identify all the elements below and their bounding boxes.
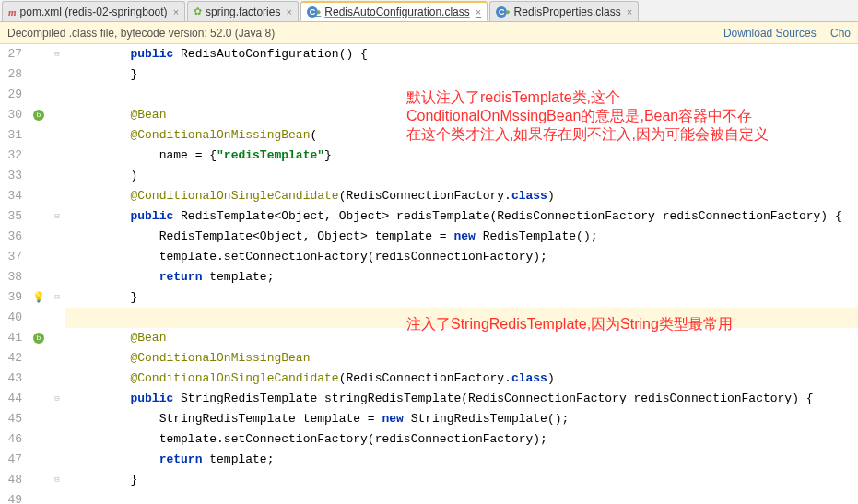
gutter-row: 47 [0, 450, 65, 470]
fold-marker[interactable]: ⊟ [50, 206, 65, 227]
code-token: return [159, 452, 203, 466]
line-number: 38 [0, 267, 28, 287]
close-icon[interactable]: × [286, 6, 291, 18]
code-token: @ConditionalOnSingleCandidate [130, 189, 338, 203]
code-line[interactable] [65, 490, 858, 504]
decompiled-info-bar: Decompiled .class file, bytecode version… [0, 22, 858, 44]
gutter: 27⊟282930b3132333435⊟36373839💡⊟4041b4243… [0, 44, 65, 504]
code-line[interactable]: @ConditionalOnMissingBean( [65, 125, 858, 146]
code-token: ( [310, 128, 317, 142]
code-token: public [130, 47, 173, 61]
gutter-row: 44⊟ [0, 389, 65, 409]
line-number: 42 [0, 348, 28, 369]
gutter-marker: b [28, 110, 50, 121]
code-token: template; [202, 452, 274, 466]
line-number: 49 [0, 490, 28, 504]
code-token: } [324, 148, 332, 162]
tab-pom-xml[interactable]: m pom.xml (redis-02-springboot) × [2, 1, 185, 21]
code-token: @ConditionalOnSingleCandidate [130, 371, 338, 385]
gutter-row: 36 [0, 227, 65, 247]
code-line[interactable] [65, 85, 858, 105]
code-line[interactable]: } [65, 470, 858, 490]
gutter-row: 33 [0, 166, 65, 186]
tab-redis-auto-configuration[interactable]: C● RedisAutoConfiguration.class × [300, 1, 488, 21]
line-number: 45 [0, 409, 28, 429]
line-number: 32 [0, 146, 28, 166]
choose-sources-link[interactable]: Cho [830, 27, 851, 40]
tab-label: RedisProperties.class [514, 6, 621, 18]
code-line[interactable]: RedisTemplate<Object, Object> template =… [65, 227, 858, 247]
gutter-row: 46 [0, 429, 65, 450]
line-number: 37 [0, 247, 28, 267]
code-line[interactable]: } [65, 64, 858, 85]
code-line[interactable]: @ConditionalOnSingleCandidate(RedisConne… [65, 186, 858, 206]
close-icon[interactable]: × [476, 6, 481, 18]
tab-label: RedisAutoConfiguration.class [324, 6, 469, 18]
code-line[interactable]: public RedisTemplate<Object, Object> red… [65, 206, 858, 227]
fold-marker[interactable]: ⊟ [50, 470, 65, 490]
line-number: 44 [0, 389, 28, 409]
line-number: 35 [0, 206, 28, 227]
bean-gutter-icon[interactable]: b [33, 333, 44, 344]
code-line[interactable]: @Bean [65, 105, 858, 125]
gutter-row: 38 [0, 267, 65, 287]
gutter-row: 28 [0, 64, 65, 85]
code-token: public [130, 209, 173, 223]
gutter-row: 34 [0, 186, 65, 206]
code-token: @ConditionalOnMissingBean [130, 351, 310, 365]
close-icon[interactable]: × [627, 6, 632, 18]
code-token: } [130, 290, 137, 304]
code-token: ) [130, 169, 137, 182]
code-token: } [130, 473, 137, 486]
line-number: 34 [0, 186, 28, 206]
code-token: RedisTemplate(); [476, 229, 598, 243]
intention-bulb-icon[interactable]: 💡 [32, 287, 45, 308]
code-token: (RedisConnectionFactory. [339, 189, 511, 203]
code-line[interactable]: @Bean [65, 328, 858, 348]
class-icon: C● [496, 6, 510, 18]
code-line[interactable]: ) [65, 166, 858, 186]
code-token: template; [202, 270, 274, 284]
tab-spring-factories[interactable]: ✿ spring.factories × [187, 1, 299, 21]
line-number: 27 [0, 44, 28, 64]
code-token: name = { [159, 148, 217, 162]
tab-redis-properties[interactable]: C● RedisProperties.class × [489, 1, 639, 21]
code-line[interactable]: return template; [65, 450, 858, 470]
code-token: @Bean [130, 331, 166, 345]
fold-marker[interactable]: ⊟ [50, 287, 65, 308]
code-token: ) [547, 371, 555, 385]
code-line[interactable]: return template; [65, 267, 858, 287]
fold-marker[interactable]: ⊟ [50, 44, 65, 64]
gutter-row: 31 [0, 125, 65, 146]
fold-marker[interactable]: ⊟ [50, 389, 65, 409]
info-links: Download Sources Cho [712, 27, 851, 40]
code-token: class [511, 189, 547, 203]
code-line[interactable]: } [65, 287, 858, 308]
code-line[interactable]: template.setConnectionFactory(redisConne… [65, 247, 858, 267]
code-token: } [130, 67, 137, 81]
code-line[interactable]: @ConditionalOnSingleCandidate(RedisConne… [65, 369, 858, 389]
gutter-row: 42 [0, 348, 65, 369]
code-line[interactable]: template.setConnectionFactory(redisConne… [65, 429, 858, 450]
tab-label: pom.xml (redis-02-springboot) [20, 6, 168, 18]
code-line[interactable]: public StringRedisTemplate stringRedisTe… [65, 389, 858, 409]
code-line[interactable] [65, 308, 858, 328]
code-line[interactable]: public RedisAutoConfiguration() { [65, 44, 858, 64]
code-area[interactable]: public RedisAutoConfiguration() { } @Bea… [65, 44, 858, 504]
gutter-row: 48⊟ [0, 470, 65, 490]
code-token: template.setConnectionFactory(redisConne… [159, 432, 547, 446]
download-sources-link[interactable]: Download Sources [723, 27, 817, 40]
code-line[interactable]: @ConditionalOnMissingBean [65, 348, 858, 369]
gutter-row: 32 [0, 146, 65, 166]
gutter-row: 45 [0, 409, 65, 429]
code-line[interactable]: name = {"redisTemplate"} [65, 146, 858, 166]
bean-gutter-icon[interactable]: b [33, 110, 44, 121]
code-editor[interactable]: 27⊟282930b3132333435⊟36373839💡⊟4041b4243… [0, 44, 858, 504]
tab-label: spring.factories [206, 6, 280, 18]
code-token: class [511, 371, 547, 385]
gutter-marker: b [28, 333, 50, 344]
code-line[interactable]: StringRedisTemplate template = new Strin… [65, 409, 858, 429]
close-icon[interactable]: × [173, 6, 179, 18]
line-number: 33 [0, 166, 28, 186]
decompiled-text: Decompiled .class file, bytecode version… [7, 27, 275, 40]
